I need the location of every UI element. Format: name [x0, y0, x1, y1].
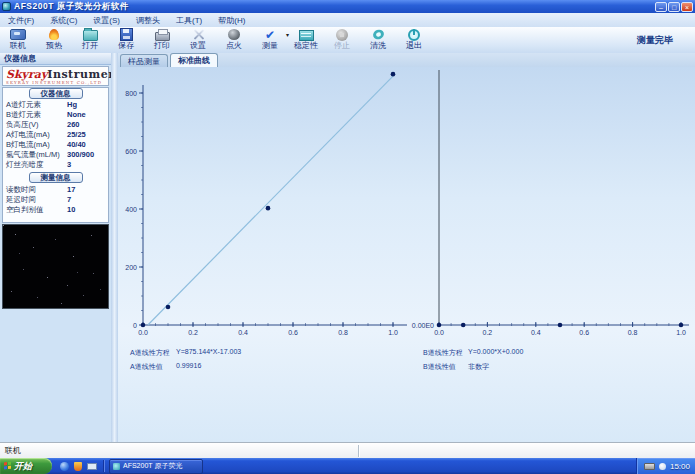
- taskbar-clock: 15:00: [670, 462, 690, 471]
- channel-b-equation-label: B道线性方程: [423, 348, 463, 358]
- svg-text:0.2: 0.2: [483, 329, 493, 336]
- close-button[interactable]: ×: [681, 2, 693, 12]
- settings-icon: [192, 28, 205, 41]
- logo-subtitle: SKYRAY INSTRUMENT CO.,LTD: [6, 80, 108, 85]
- ignite-button[interactable]: 点火: [216, 27, 252, 52]
- info-row: A道灯元素Hg: [6, 100, 107, 110]
- minimize-button[interactable]: –: [655, 2, 667, 12]
- channel-a-equation-value: Y=875.144*X-17.003: [176, 348, 241, 355]
- statusbar-separator: [358, 445, 360, 457]
- svg-text:0.6: 0.6: [579, 329, 589, 336]
- menu-adjust-head[interactable]: 调整头: [128, 15, 168, 26]
- connect-button[interactable]: 联机: [0, 27, 36, 52]
- channel-b-equation-value: Y=0.000*X+0.000: [468, 348, 523, 355]
- menu-help[interactable]: 帮助(H): [210, 15, 253, 26]
- stability-button[interactable]: 稳定性: [288, 27, 324, 52]
- info-row: 延迟时间7: [6, 195, 107, 205]
- measurement-info-header: 测量信息: [29, 172, 83, 183]
- task-app-icon: [113, 463, 120, 470]
- menu-tools[interactable]: 工具(T): [168, 15, 210, 26]
- preheat-icon: [49, 28, 59, 41]
- svg-text:0.0: 0.0: [138, 329, 148, 336]
- info-row: B灯电流(mA)40/40: [6, 140, 107, 150]
- app-icon: [2, 2, 11, 11]
- window-controls: – □ ×: [655, 2, 695, 12]
- info-row: 读数时间17: [6, 185, 107, 195]
- standard-curve-area: 0.00.20.40.60.81.002004006008000.00.20.4…: [118, 67, 695, 442]
- tab-sample-measurement[interactable]: 样品测量: [120, 54, 168, 67]
- desktop: AFS200T 原子荧光分析软件 – □ × 文件(F) 系统(C) 设置(S)…: [0, 0, 695, 474]
- svg-text:400: 400: [125, 206, 137, 213]
- windows-flag-icon: [4, 462, 12, 471]
- info-row: 负高压(V)260: [6, 120, 107, 130]
- taskbar: 开始 AFS200T 原子荧光 15:00: [0, 458, 695, 474]
- print-button[interactable]: 打印: [144, 27, 180, 52]
- stability-chart-icon: [299, 28, 314, 41]
- sidebar-panel-title: 仪器信息: [0, 53, 111, 65]
- main-area: 样品测量 标准曲线 0.00.20.40.60.81.0020040060080…: [118, 53, 695, 442]
- svg-text:200: 200: [125, 264, 137, 271]
- clean-button[interactable]: 清洗: [360, 27, 396, 52]
- quick-launch-shield-icon[interactable]: [74, 462, 82, 471]
- open-button[interactable]: 打开: [72, 27, 108, 52]
- stop-button: 停止: [324, 27, 360, 52]
- toolbar: 联机 预热 打开 保存 打印 设置 点火 ✔ 测量 ▾: [0, 27, 695, 54]
- ignite-icon: [228, 28, 240, 41]
- svg-text:800: 800: [125, 90, 137, 97]
- measure-check-icon: ✔: [265, 28, 275, 41]
- taskbar-divider: [103, 460, 105, 472]
- start-button-label: 开始: [14, 460, 32, 473]
- preheat-button[interactable]: 预热: [36, 27, 72, 52]
- svg-text:0.4: 0.4: [238, 329, 248, 336]
- save-button[interactable]: 保存: [108, 27, 144, 52]
- titlebar: AFS200T 原子荧光分析软件 – □ ×: [0, 0, 695, 13]
- menu-file[interactable]: 文件(F): [0, 15, 42, 26]
- clean-icon: [373, 28, 384, 41]
- svg-text:600: 600: [125, 148, 137, 155]
- stop-icon: [336, 28, 348, 41]
- channel-a-linearity-value: 0.99916: [176, 362, 201, 369]
- camera-preview: [2, 224, 109, 309]
- tray-display-icon[interactable]: [644, 463, 655, 470]
- svg-text:0.8: 0.8: [628, 329, 638, 336]
- printer-icon: [155, 28, 170, 41]
- measurement-status-text: 测量完毕: [637, 34, 673, 47]
- svg-text:0.0: 0.0: [434, 329, 444, 336]
- channel-b-linearity-value: 非数字: [468, 362, 489, 372]
- channel-b-linearity-label: B道线性值: [423, 362, 456, 372]
- tabstrip: 样品测量 标准曲线: [118, 53, 695, 67]
- exit-button[interactable]: 退出: [396, 27, 432, 52]
- open-folder-icon: [83, 28, 98, 41]
- channel-a-linearity-label: A道线性值: [130, 362, 163, 372]
- svg-text:0.6: 0.6: [288, 329, 298, 336]
- channel-a-equation-label: A道线性方程: [130, 348, 170, 358]
- start-button[interactable]: 开始: [0, 458, 52, 474]
- tab-standard-curve[interactable]: 标准曲线: [170, 53, 218, 67]
- instrument-info-header: 仪器信息: [29, 88, 83, 99]
- settings-button[interactable]: 设置: [180, 27, 216, 52]
- menu-system[interactable]: 系统(C): [42, 15, 85, 26]
- svg-text:0.00E0: 0.00E0: [412, 322, 434, 329]
- menu-settings[interactable]: 设置(S): [85, 15, 128, 26]
- svg-text:0: 0: [133, 322, 137, 329]
- statusbar: 联机: [0, 442, 695, 458]
- taskbar-task-afs200t[interactable]: AFS200T 原子荧光: [109, 459, 203, 474]
- quick-launch-browser-icon[interactable]: [60, 462, 69, 471]
- sidebar-divider[interactable]: [111, 53, 118, 442]
- connect-icon: [10, 28, 26, 41]
- brand-logo: SkyrayInstrument SKYRAY INSTRUMENT CO.,L…: [2, 66, 109, 86]
- task-label: AFS200T 原子荧光: [123, 461, 182, 471]
- measurement-info-rows: 读数时间17 延迟时间7 空白判别值10: [6, 185, 107, 215]
- quick-launch-mail-icon[interactable]: [87, 463, 97, 470]
- svg-text:1.0: 1.0: [676, 329, 686, 336]
- sidebar: 仪器信息 SkyrayInstrument SKYRAY INSTRUMENT …: [0, 53, 112, 442]
- instrument-info-rows: A道灯元素Hg B道灯元素None 负高压(V)260 A灯电流(mA)25/2…: [6, 100, 107, 170]
- maximize-button[interactable]: □: [668, 2, 680, 12]
- measure-button[interactable]: ✔ 测量 ▾: [252, 27, 288, 52]
- info-row: 空白判别值10: [6, 205, 107, 215]
- window-title: AFS200T 原子荧光分析软件: [14, 1, 129, 13]
- save-icon: [120, 28, 133, 41]
- svg-text:0.4: 0.4: [531, 329, 541, 336]
- tray-volume-icon[interactable]: [659, 463, 666, 470]
- info-row: A灯电流(mA)25/25: [6, 130, 107, 140]
